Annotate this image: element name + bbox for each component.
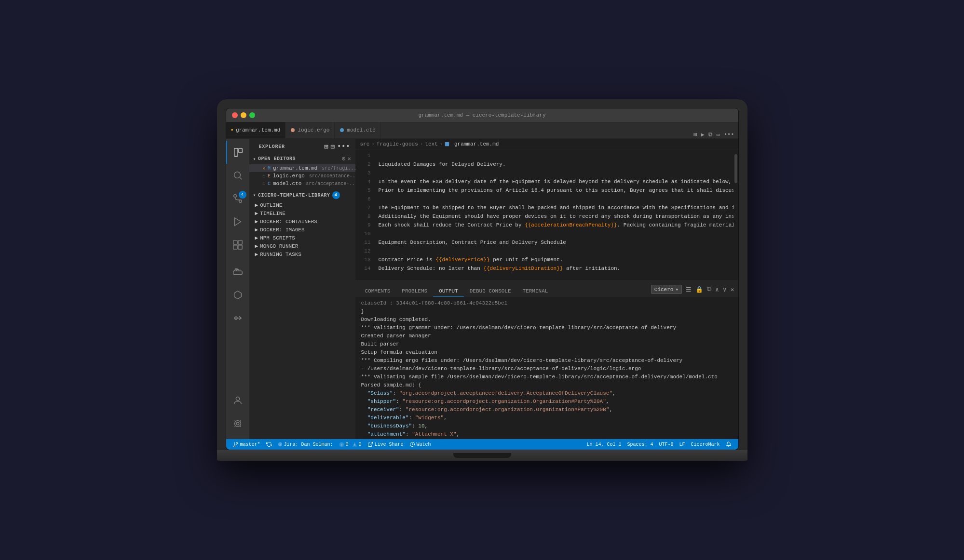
copy-icon[interactable]: ⧉ bbox=[708, 132, 713, 138]
panel-content[interactable]: clauseId : 3344c01-f880-4e80-b861-4e0432… bbox=[355, 297, 738, 439]
cto-file-icon: C bbox=[268, 181, 271, 187]
ergo-file-icon: E bbox=[268, 173, 271, 179]
laptop-screen: grammar.tem.md — cicero-template-library… bbox=[226, 108, 739, 450]
tab-logic[interactable]: logic.ergo bbox=[285, 121, 335, 138]
activity-account[interactable] bbox=[226, 389, 249, 412]
editor-main: 12345 678910 11121314 Liquidated Damages… bbox=[355, 149, 738, 280]
new-file-icon[interactable]: ⊞ bbox=[324, 143, 328, 151]
activity-liveshare[interactable] bbox=[226, 307, 249, 330]
more-icon[interactable]: ••• bbox=[724, 132, 734, 138]
save-all-icon[interactable]: ⊙ bbox=[342, 155, 346, 162]
sidebar-item-docker-images[interactable]: ▶ DOCKER: IMAGES bbox=[249, 226, 355, 234]
status-errors[interactable]: ✕ 0 ! 0 bbox=[336, 439, 365, 450]
model-file-icon bbox=[339, 128, 344, 133]
activity-search[interactable] bbox=[226, 164, 249, 187]
svg-rect-13 bbox=[233, 271, 242, 274]
watch-icon bbox=[409, 441, 415, 447]
panel-close-icon[interactable]: ✕ bbox=[731, 286, 734, 293]
collapse-icon[interactable]: ⊟ bbox=[331, 143, 335, 151]
svg-point-7 bbox=[239, 200, 242, 203]
play-icon[interactable]: ▶ bbox=[701, 131, 704, 138]
status-git-branch[interactable]: master* bbox=[230, 439, 263, 450]
outline-chevron: ▶ bbox=[255, 202, 258, 208]
panel-up-icon[interactable]: ∧ bbox=[715, 286, 719, 293]
panel-copy-icon[interactable]: ⧉ bbox=[707, 286, 711, 293]
svg-rect-12 bbox=[238, 245, 242, 249]
close-button[interactable] bbox=[232, 112, 238, 118]
activity-extensions[interactable] bbox=[226, 233, 249, 256]
line-1: Liquidated Damages for Delayed Delivery. bbox=[379, 161, 506, 167]
watch-label: Watch bbox=[417, 442, 431, 447]
svg-point-0 bbox=[291, 128, 295, 132]
sidebar-item-timeline[interactable]: ▶ TIMELINE bbox=[249, 209, 355, 217]
sidebar-item-docker-containers[interactable]: ▶ DOCKER: CONTAINERS bbox=[249, 217, 355, 226]
sidebar-item-npm-scripts[interactable]: ▶ NPM SCRIPTS bbox=[249, 234, 355, 242]
mongo-runner-label: MONGO RUNNER bbox=[260, 243, 298, 249]
title-bar: grammar.tem.md — cicero-template-library bbox=[226, 108, 738, 122]
more-icon[interactable]: ••• bbox=[337, 143, 351, 151]
status-spaces[interactable]: Spaces: 4 bbox=[624, 442, 656, 447]
laptop-notch bbox=[453, 453, 511, 458]
status-notifications[interactable] bbox=[723, 441, 734, 447]
editor-scrollbar[interactable] bbox=[733, 149, 738, 280]
activity-source-control[interactable]: 4 bbox=[226, 187, 249, 210]
activity-bottom bbox=[226, 389, 249, 439]
svg-point-20 bbox=[236, 442, 238, 444]
sidebar-item-outline[interactable]: ▶ OUTLINE bbox=[249, 201, 355, 209]
cicero-library-section[interactable]: ▾ CICERO-TEMPLATE-LIBRARY 4 bbox=[249, 189, 355, 201]
svg-point-21 bbox=[233, 446, 235, 447]
activity-settings[interactable] bbox=[226, 412, 249, 435]
logic-file-path: src/acceptance-... bbox=[309, 173, 355, 179]
panel-tab-problems[interactable]: PROBLEMS bbox=[396, 286, 433, 297]
panel-lock-icon[interactable]: 🔒 bbox=[695, 286, 703, 293]
open-editor-model[interactable]: ◻ C model.cto src/acceptance-... bbox=[249, 180, 355, 187]
svg-point-17 bbox=[234, 421, 241, 427]
status-encoding[interactable]: UTF-8 bbox=[656, 442, 676, 447]
line-12: Contract Price is {{deliveryPrice}} per … bbox=[379, 257, 563, 263]
close-all-icon[interactable]: ✕ bbox=[348, 155, 352, 162]
status-watch[interactable]: Watch bbox=[407, 439, 434, 450]
layout-icon[interactable]: ▭ bbox=[717, 131, 720, 138]
outline-label: OUTLINE bbox=[260, 202, 282, 208]
maximize-button[interactable] bbox=[249, 112, 255, 118]
line-3: In the event the EXW delivery date of th… bbox=[379, 179, 733, 185]
sidebar-item-mongo-runner[interactable]: ▶ MONGO RUNNER bbox=[249, 242, 355, 250]
panel-tab-debug[interactable]: DEBUG CONSOLE bbox=[464, 286, 517, 297]
status-language[interactable]: CiceroMark bbox=[688, 442, 722, 447]
panel-tab-terminal[interactable]: TERMINAL bbox=[517, 286, 554, 297]
status-live-share[interactable]: Live Share bbox=[365, 439, 407, 450]
line-8: Each shock shall reduce the Contract Pri… bbox=[379, 222, 733, 228]
status-sync[interactable] bbox=[263, 439, 275, 450]
cicero-library-label: CICERO-TEMPLATE-LIBRARY bbox=[258, 193, 330, 198]
split-editor-icon[interactable]: ⊞ bbox=[693, 131, 697, 138]
encoding-label: UTF-8 bbox=[659, 442, 673, 447]
panel-dropdown-cicero[interactable]: Cicero ▾ bbox=[651, 285, 682, 294]
panel-tab-comments[interactable]: COMMENTS bbox=[359, 286, 396, 297]
activity-accord[interactable] bbox=[226, 283, 249, 307]
activity-run[interactable] bbox=[226, 210, 249, 233]
panel-down-icon[interactable]: ∨ bbox=[723, 286, 727, 293]
output-line-9: - /Users/dselman/dev/cicero-template-lib… bbox=[361, 365, 733, 373]
open-editors-section[interactable]: ▾ OPEN EDITORS ⊙ ✕ bbox=[249, 153, 355, 164]
open-editor-logic[interactable]: ◻ E logic.ergo src/acceptance-... bbox=[249, 172, 355, 180]
status-eol[interactable]: LF bbox=[676, 442, 688, 447]
minimize-button[interactable] bbox=[241, 112, 246, 118]
activity-explorer[interactable] bbox=[226, 141, 249, 164]
activity-docker[interactable] bbox=[226, 260, 249, 283]
code-content[interactable]: Liquidated Damages for Delayed Delivery.… bbox=[375, 149, 733, 280]
panel-tab-output[interactable]: OUTPUT bbox=[433, 286, 464, 297]
sidebar-item-running-tasks[interactable]: ▶ RUNNING TASKS bbox=[249, 250, 355, 258]
sidebar: EXPLORER ⊞ ⊟ ••• ▾ OPEN EDITORS ⊙ bbox=[249, 139, 355, 439]
open-editor-grammar[interactable]: ✕ M grammar.tem.md src/fragi... bbox=[249, 164, 355, 172]
status-jira[interactable]: ! Jira: Dan Selman: bbox=[275, 439, 336, 450]
output-line-7: Setup formula evaluation bbox=[361, 348, 733, 357]
tab-grammar[interactable]: ● grammar.tem.md bbox=[226, 121, 286, 138]
status-cursor[interactable]: Ln 14, Col 1 bbox=[584, 442, 624, 447]
git-branch-label: master* bbox=[240, 442, 260, 447]
language-label: CiceroMark bbox=[691, 442, 720, 447]
mongo-runner-chevron: ▶ bbox=[255, 243, 258, 249]
panel-list-icon[interactable]: ☰ bbox=[686, 286, 692, 293]
tab-model[interactable]: model.cto bbox=[335, 121, 380, 138]
svg-point-15 bbox=[236, 397, 239, 400]
tab-bar: ● grammar.tem.md logic.ergo model.cto ⊞ … bbox=[226, 122, 738, 139]
